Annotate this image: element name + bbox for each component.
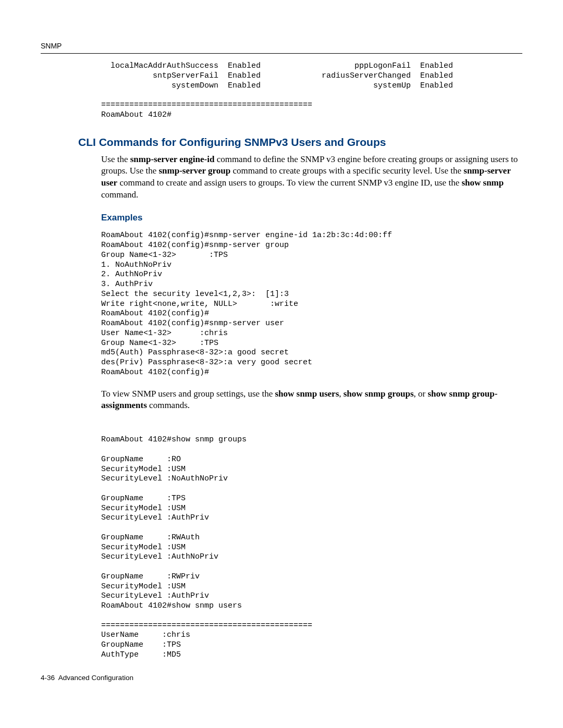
- examples-heading: Examples: [101, 213, 522, 223]
- examples-code-block: RoamAbout 4102(config)#snmp-server engin…: [101, 231, 522, 377]
- spacer: [101, 417, 522, 427]
- footer-section-label: Advanced Configuration: [58, 674, 133, 682]
- intro-paragraph-wrapper: Use the snmp-server engine-id command to…: [101, 154, 522, 202]
- section-title: CLI Commands for Configuring SNMPv3 User…: [78, 136, 522, 149]
- running-head: SNMP: [41, 42, 522, 50]
- show-output-block: RoamAbout 4102#show snmp groups GroupNam…: [101, 435, 522, 660]
- top-code-block: localMacAddrAuthSuccess Enabled pppLogon…: [101, 61, 522, 120]
- page-footer: 4-36 Advanced Configuration: [41, 674, 522, 682]
- intro-paragraph: Use the snmp-server engine-id command to…: [101, 154, 522, 202]
- examples-block: Examples RoamAbout 4102(config)#snmp-ser…: [101, 213, 522, 660]
- page-number: 4-36: [41, 674, 55, 682]
- page-container: SNMP localMacAddrAuthSuccess Enabled ppp…: [0, 0, 563, 702]
- header-rule: [41, 53, 522, 54]
- middle-paragraph: To view SNMP users and group settings, u…: [101, 388, 522, 412]
